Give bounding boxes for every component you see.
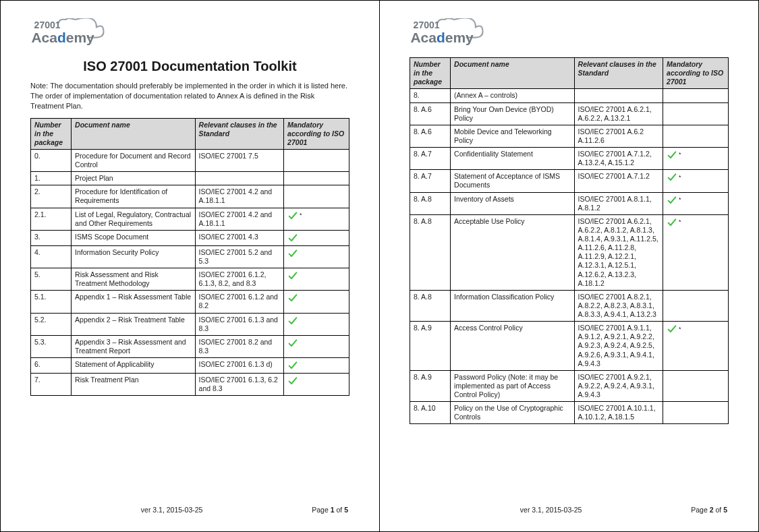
cell-relevant-clauses: ISO/IEC 27001 A.8.2.1, A.8.2.2, A.8.2.3,…: [574, 290, 663, 321]
cell-relevant-clauses: ISO/IEC 27001 A.9.2.1, A.9.2.2, A.9.2.4,…: [574, 370, 663, 401]
check-icon: [667, 172, 677, 183]
cell-mandatory: [284, 291, 349, 313]
cell-number: 8. A.9: [410, 322, 451, 371]
cell-relevant-clauses: ISO/IEC 27001 A.7.1.2, A.13.2.4, A.15.1.…: [574, 148, 663, 170]
cell-number: 5.1.: [31, 291, 72, 313]
cell-number: 8. A.10: [410, 402, 451, 424]
check-icon: [287, 233, 298, 243]
asterisk-icon: *: [679, 196, 681, 203]
cell-relevant-clauses: ISO/IEC 27001 6.1.2 and 8.2: [195, 291, 284, 313]
cell-number: 8. A.8: [410, 192, 451, 214]
page-spread: 27001 Academy ISO 27001 Documentation To…: [0, 0, 759, 532]
header-mandatory: Mandatory according to ISO 27001: [284, 118, 349, 149]
document-title: ISO 27001 Documentation Toolkit: [30, 59, 349, 74]
table-row: 8. A.8Information Classification PolicyI…: [410, 290, 729, 321]
asterisk-icon: *: [679, 326, 681, 332]
page-footer-2: ver 3.1, 2015-03-25 Page 2 of 5: [410, 506, 729, 514]
cell-document-name: Policy on the Use of Cryptographic Contr…: [451, 402, 575, 424]
cell-mandatory: *: [284, 208, 349, 230]
cell-mandatory: [663, 370, 729, 401]
cell-document-name: Risk Treatment Plan: [72, 374, 195, 396]
cell-document-name: Statement of Acceptance of ISMS Document…: [451, 170, 575, 192]
check-icon: [287, 316, 298, 326]
cell-relevant-clauses: ISO/IEC 27001 7.5: [195, 149, 284, 171]
check-icon: [287, 360, 298, 371]
cell-number: 5.2.: [31, 313, 72, 335]
table-row: 0.Procedure for Document and Record Cont…: [31, 149, 349, 171]
cell-mandatory: [284, 358, 349, 374]
header-relevant: Relevant clauses in the Standard: [574, 58, 663, 89]
svg-text:27001: 27001: [414, 20, 440, 30]
svg-text:27001: 27001: [34, 20, 61, 30]
header-number: Number in the package: [410, 58, 451, 89]
table-row: 8. A.7Statement of Acceptance of ISMS Do…: [410, 170, 729, 192]
cell-relevant-clauses: ISO/IEC 27001 8.2 and 8.3: [195, 335, 284, 357]
cell-number: 8.: [410, 89, 451, 102]
table-row: 4.Information Security PolicyISO/IEC 270…: [31, 245, 349, 268]
table-row: 8. A.7Confidentiality StatementISO/IEC 2…: [410, 148, 729, 170]
header-relevant: Relevant clauses in the Standard: [195, 118, 284, 149]
cell-mandatory: *: [663, 322, 729, 371]
cell-mandatory: *: [663, 170, 729, 192]
cell-number: 5.: [31, 268, 72, 291]
cell-number: 0.: [31, 149, 72, 171]
table-row: 2.1.List of Legal, Regulatory, Contractu…: [31, 208, 349, 230]
page-footer-1: ver 3.1, 2015-03-25 Page 1 of 5: [30, 506, 349, 514]
cell-relevant-clauses: ISO/IEC 27001 A.6.2 A.11.2.6: [574, 125, 663, 147]
cell-mandatory: [663, 402, 729, 424]
svg-text:Academy: Academy: [31, 30, 94, 45]
cell-relevant-clauses: ISO/IEC 27001 A.10.1.1, A.10.1.2, A.18.1…: [574, 402, 663, 424]
check-icon: [667, 324, 677, 334]
cell-number: 8. A.8: [410, 214, 451, 290]
cell-document-name: Access Control Policy: [451, 322, 575, 371]
table-row: 8. A.8Acceptable Use PolicyISO/IEC 27001…: [410, 214, 729, 290]
cell-document-name: Bring Your Own Device (BYOD) Policy: [451, 102, 575, 125]
cell-relevant-clauses: [195, 172, 284, 185]
cell-mandatory: [284, 245, 349, 268]
table-row: 8. A.6Bring Your Own Device (BYOD) Polic…: [410, 102, 729, 125]
cell-number: 2.: [31, 185, 72, 208]
cell-mandatory: *: [663, 214, 729, 290]
cell-document-name: Mobile Device and Teleworking Policy: [451, 125, 575, 147]
cell-relevant-clauses: ISO/IEC 27001 6.1.3 d): [195, 358, 284, 374]
check-icon: [287, 248, 298, 259]
asterisk-icon: *: [300, 212, 302, 218]
cell-document-name: Procedure for Identification of Requirem…: [72, 185, 195, 208]
asterisk-icon: *: [679, 174, 681, 181]
svg-text:Academy: Academy: [410, 30, 474, 45]
cell-document-name: ISMS Scope Document: [72, 230, 195, 245]
table-row: 8.(Annex A – controls): [410, 89, 729, 102]
table-row: 1.Project Plan: [31, 172, 349, 185]
table-row: 8. A.9Access Control PolicyISO/IEC 27001…: [410, 322, 729, 371]
footer-version: ver 3.1, 2015-03-25: [411, 506, 691, 514]
check-icon: [667, 195, 677, 206]
cell-mandatory: [284, 313, 349, 335]
cell-document-name: Inventory of Assets: [451, 192, 575, 214]
check-icon: [287, 293, 298, 303]
cell-relevant-clauses: ISO/IEC 27001 4.3: [195, 230, 284, 245]
cell-mandatory: [284, 268, 349, 291]
table-row: 3.ISMS Scope DocumentISO/IEC 27001 4.3: [31, 230, 349, 245]
check-icon: [287, 210, 298, 221]
header-mandatory: Mandatory according to ISO 27001: [663, 58, 729, 89]
cell-relevant-clauses: [574, 89, 663, 102]
check-icon: [287, 270, 298, 281]
asterisk-icon: *: [679, 218, 681, 225]
cell-relevant-clauses: ISO/IEC 27001 4.2 and A.18.1.1: [195, 185, 284, 208]
brand-logo: 27001 Academy: [410, 18, 504, 49]
cell-document-name: Confidentiality Statement: [451, 148, 575, 170]
table-header-row: Number in the package Document name Rele…: [31, 118, 349, 149]
table-row: 6.Statement of ApplicabilityISO/IEC 2700…: [31, 358, 349, 374]
cell-document-name: Risk Assessment and Risk Treatment Metho…: [72, 268, 195, 291]
cell-number: 8. A.8: [410, 290, 451, 321]
cell-number: 8. A.9: [410, 370, 451, 401]
cell-document-name: Statement of Applicability: [72, 358, 195, 374]
page-1: 27001 Academy ISO 27001 Documentation To…: [1, 1, 380, 531]
check-icon: [287, 376, 298, 386]
check-icon: [287, 338, 298, 349]
cell-number: 8. A.6: [410, 125, 451, 147]
cell-number: 3.: [31, 230, 72, 245]
cell-document-name: Appendix 3 – Risk Assessment and Treatme…: [72, 335, 195, 357]
cell-relevant-clauses: ISO/IEC 27001 6.1.3 and 8.3: [195, 313, 284, 335]
cell-mandatory: [284, 230, 349, 245]
